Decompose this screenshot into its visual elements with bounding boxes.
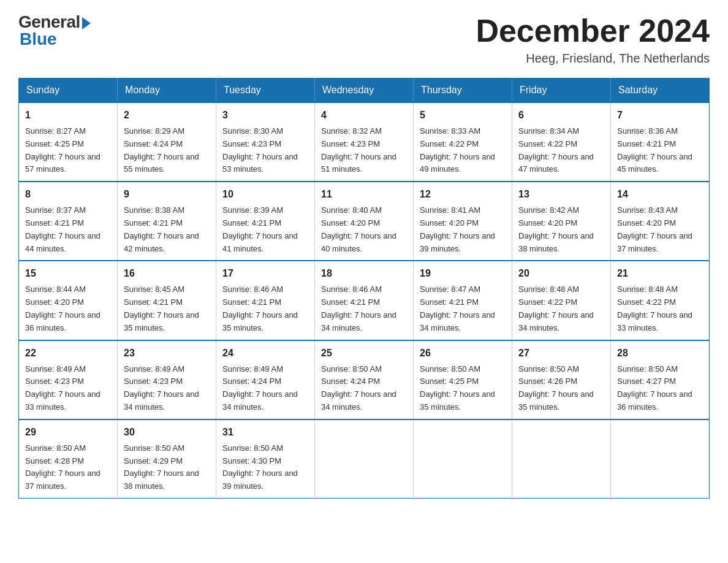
calendar-cell: 7Sunrise: 8:36 AMSunset: 4:21 PMDaylight… [611,102,710,182]
calendar-cell: 25Sunrise: 8:50 AMSunset: 4:24 PMDayligh… [315,340,414,419]
day-number: 3 [222,108,308,123]
day-number: 25 [321,346,407,361]
day-number: 5 [420,108,506,123]
day-info: Sunrise: 8:39 AMSunset: 4:21 PMDaylight:… [222,205,298,253]
day-info: Sunrise: 8:50 AMSunset: 4:24 PMDaylight:… [321,364,396,412]
day-info: Sunrise: 8:37 AMSunset: 4:21 PMDaylight:… [25,205,100,253]
day-header-thursday: Thursday [414,79,512,103]
calendar-cell: 21Sunrise: 8:48 AMSunset: 4:22 PMDayligh… [611,261,710,340]
calendar-cell: 3Sunrise: 8:30 AMSunset: 4:23 PMDaylight… [216,102,315,182]
day-number: 17 [222,266,308,281]
day-info: Sunrise: 8:47 AMSunset: 4:21 PMDaylight:… [420,285,495,332]
day-number: 14 [617,187,703,202]
day-info: Sunrise: 8:50 AMSunset: 4:28 PMDaylight:… [25,443,100,491]
day-number: 30 [124,425,210,440]
calendar-cell: 14Sunrise: 8:43 AMSunset: 4:20 PMDayligh… [611,182,710,261]
day-info: Sunrise: 8:49 AMSunset: 4:23 PMDaylight:… [124,364,199,412]
calendar-cell: 23Sunrise: 8:49 AMSunset: 4:23 PMDayligh… [118,340,216,419]
day-number: 2 [124,108,210,123]
day-info: Sunrise: 8:50 AMSunset: 4:25 PMDaylight:… [420,364,495,412]
calendar-cell: 24Sunrise: 8:49 AMSunset: 4:24 PMDayligh… [216,340,315,419]
week-row-3: 15Sunrise: 8:44 AMSunset: 4:20 PMDayligh… [19,261,710,340]
calendar-body: 1Sunrise: 8:27 AMSunset: 4:25 PMDaylight… [19,102,710,498]
day-info: Sunrise: 8:33 AMSunset: 4:22 PMDaylight:… [420,126,495,174]
day-number: 10 [222,187,308,202]
day-number: 9 [124,187,210,202]
calendar-cell: 1Sunrise: 8:27 AMSunset: 4:25 PMDaylight… [19,102,118,182]
day-info: Sunrise: 8:50 AMSunset: 4:30 PMDaylight:… [222,443,298,491]
calendar-cell: 6Sunrise: 8:34 AMSunset: 4:22 PMDaylight… [512,102,611,182]
day-number: 16 [124,266,210,281]
day-number: 22 [25,346,111,361]
day-number: 7 [617,108,703,123]
calendar-cell: 20Sunrise: 8:48 AMSunset: 4:22 PMDayligh… [512,261,611,340]
calendar-cell: 12Sunrise: 8:41 AMSunset: 4:20 PMDayligh… [414,182,512,261]
week-row-5: 29Sunrise: 8:50 AMSunset: 4:28 PMDayligh… [19,419,710,499]
calendar-header: SundayMondayTuesdayWednesdayThursdayFrid… [19,79,710,103]
day-info: Sunrise: 8:46 AMSunset: 4:21 PMDaylight:… [321,285,396,332]
calendar-cell: 8Sunrise: 8:37 AMSunset: 4:21 PMDaylight… [19,182,118,261]
calendar-cell: 26Sunrise: 8:50 AMSunset: 4:25 PMDayligh… [414,340,512,419]
day-number: 1 [25,108,111,123]
day-info: Sunrise: 8:42 AMSunset: 4:20 PMDaylight:… [518,205,594,253]
day-number: 31 [222,425,308,440]
calendar-cell: 30Sunrise: 8:50 AMSunset: 4:29 PMDayligh… [118,419,216,499]
day-info: Sunrise: 8:38 AMSunset: 4:21 PMDaylight:… [124,205,199,253]
day-number: 27 [518,346,604,361]
day-info: Sunrise: 8:50 AMSunset: 4:27 PMDaylight:… [617,364,692,412]
calendar-cell [611,419,710,499]
day-info: Sunrise: 8:49 AMSunset: 4:23 PMDaylight:… [25,364,100,412]
day-number: 20 [518,266,604,281]
day-header-sunday: Sunday [19,79,118,103]
day-number: 4 [321,108,407,123]
calendar-cell [512,419,611,499]
calendar-cell: 15Sunrise: 8:44 AMSunset: 4:20 PMDayligh… [19,261,118,340]
day-info: Sunrise: 8:32 AMSunset: 4:23 PMDaylight:… [321,126,396,174]
day-number: 21 [617,266,703,281]
day-info: Sunrise: 8:30 AMSunset: 4:23 PMDaylight:… [222,126,298,174]
day-number: 18 [321,266,407,281]
calendar-cell: 13Sunrise: 8:42 AMSunset: 4:20 PMDayligh… [512,182,611,261]
calendar-cell: 31Sunrise: 8:50 AMSunset: 4:30 PMDayligh… [216,419,315,499]
calendar-cell: 2Sunrise: 8:29 AMSunset: 4:24 PMDaylight… [118,102,216,182]
day-number: 24 [222,346,308,361]
day-number: 26 [420,346,506,361]
calendar-cell: 10Sunrise: 8:39 AMSunset: 4:21 PMDayligh… [216,182,315,261]
calendar-cell: 29Sunrise: 8:50 AMSunset: 4:28 PMDayligh… [19,419,118,499]
logo: General Blue [18,12,91,49]
day-info: Sunrise: 8:48 AMSunset: 4:22 PMDaylight:… [617,285,692,332]
day-number: 6 [518,108,604,123]
calendar-cell: 18Sunrise: 8:46 AMSunset: 4:21 PMDayligh… [315,261,414,340]
day-header-monday: Monday [118,79,216,103]
day-number: 28 [617,346,703,361]
page-header: General Blue December 2024 Heeg, Friesla… [18,12,710,66]
day-number: 19 [420,266,506,281]
logo-blue-text: Blue [20,29,57,49]
calendar-cell: 17Sunrise: 8:46 AMSunset: 4:21 PMDayligh… [216,261,315,340]
day-info: Sunrise: 8:45 AMSunset: 4:21 PMDaylight:… [124,285,199,332]
day-header-wednesday: Wednesday [315,79,414,103]
day-info: Sunrise: 8:49 AMSunset: 4:24 PMDaylight:… [222,364,298,412]
calendar-cell [414,419,512,499]
day-info: Sunrise: 8:40 AMSunset: 4:20 PMDaylight:… [321,205,396,253]
day-info: Sunrise: 8:27 AMSunset: 4:25 PMDaylight:… [25,126,100,174]
day-number: 23 [124,346,210,361]
day-info: Sunrise: 8:50 AMSunset: 4:26 PMDaylight:… [518,364,594,412]
day-info: Sunrise: 8:29 AMSunset: 4:24 PMDaylight:… [124,126,199,174]
day-header-friday: Friday [512,79,611,103]
calendar-cell: 4Sunrise: 8:32 AMSunset: 4:23 PMDaylight… [315,102,414,182]
page-title: December 2024 [476,12,710,49]
week-row-4: 22Sunrise: 8:49 AMSunset: 4:23 PMDayligh… [19,340,710,419]
day-info: Sunrise: 8:44 AMSunset: 4:20 PMDaylight:… [25,285,100,332]
day-header-saturday: Saturday [611,79,710,103]
day-number: 8 [25,187,111,202]
calendar-cell: 19Sunrise: 8:47 AMSunset: 4:21 PMDayligh… [414,261,512,340]
page-subtitle: Heeg, Friesland, The Netherlands [476,52,710,66]
day-number: 12 [420,187,506,202]
title-section: December 2024 Heeg, Friesland, The Nethe… [476,12,710,66]
calendar-cell [315,419,414,499]
day-info: Sunrise: 8:41 AMSunset: 4:20 PMDaylight:… [420,205,495,253]
logo-arrow-icon [82,17,91,29]
day-info: Sunrise: 8:46 AMSunset: 4:21 PMDaylight:… [222,285,298,332]
calendar-cell: 9Sunrise: 8:38 AMSunset: 4:21 PMDaylight… [118,182,216,261]
